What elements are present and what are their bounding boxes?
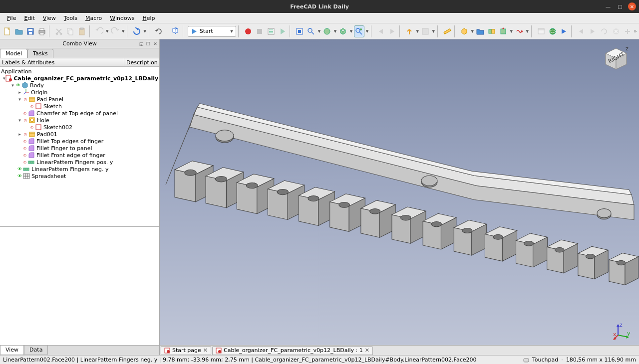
visibility-icon[interactable]: ⦸ (22, 132, 28, 137)
menu-file[interactable]: File (3, 14, 20, 22)
bbox-dropdown[interactable]: ▾ (349, 28, 353, 34)
tab-view[interactable]: View (0, 346, 24, 355)
3d-viewport[interactable]: z RIGHT z y x (160, 39, 639, 355)
workbench-selector[interactable]: Start ▾ (188, 26, 236, 37)
varset-dropdown[interactable]: ▾ (526, 28, 529, 34)
navigation-cube[interactable]: z RIGHT (603, 45, 630, 73)
panel-float-button[interactable]: ◱ (138, 41, 144, 47)
menu-help[interactable]: Help (138, 14, 159, 22)
property-panel[interactable] (0, 226, 159, 345)
measure-button[interactable] (442, 25, 452, 37)
tree-header-description[interactable]: Description (124, 58, 159, 66)
view-dropdown[interactable]: ▾ (365, 28, 369, 34)
undo-button[interactable] (94, 25, 104, 37)
view-iso-button[interactable] (354, 25, 364, 37)
close-button[interactable]: ✕ (628, 2, 636, 10)
linkup-dropdown[interactable]: ▾ (416, 28, 419, 34)
doc-tab-start[interactable]: Start page ✕ (161, 346, 211, 355)
cut-button[interactable] (54, 25, 64, 37)
nav-prev-button[interactable] (576, 25, 587, 37)
nav-next-button[interactable] (588, 25, 598, 37)
link-up-button[interactable] (404, 25, 415, 37)
fit-all-button[interactable] (295, 25, 305, 37)
tree-pad001[interactable]: ▸ ⦸ Pad001 (0, 131, 159, 138)
tree-root[interactable]: Application (0, 68, 159, 75)
menu-tools[interactable]: Tools (60, 14, 81, 22)
menu-view[interactable]: View (39, 14, 60, 22)
link-make-button[interactable] (487, 25, 497, 37)
visibility-icon[interactable]: ⦸ (22, 146, 27, 151)
linkact-dropdown[interactable]: ▾ (510, 28, 513, 34)
whatsthis-button[interactable]: ? (170, 25, 181, 37)
link-actions-button[interactable] (498, 25, 509, 37)
web-forward-button[interactable] (559, 25, 569, 37)
toolbar-overflow[interactable]: » (634, 28, 637, 34)
tab-data[interactable]: Data (24, 346, 48, 355)
tab-model[interactable]: Model (0, 49, 27, 58)
macro-stop-button[interactable] (254, 25, 265, 37)
open-file-button[interactable] (13, 25, 24, 37)
nav-refresh-button[interactable] (599, 25, 610, 37)
save-file-button[interactable] (25, 25, 35, 37)
tree-fillet-top[interactable]: ⦸ Fillet Top edges of finger (0, 138, 159, 145)
visibility-icon[interactable]: 👁 (17, 167, 22, 172)
fit-dropdown[interactable]: ▾ (318, 28, 321, 34)
tree-pad-panel[interactable]: ▾ ⦸ Pad Panel (0, 96, 159, 103)
tree-header-labels[interactable]: Labels & Attributes (0, 58, 124, 66)
tree-chamfer[interactable]: ⦸ Chamfer at Top edge of panel (0, 110, 159, 117)
link-select-button[interactable] (420, 25, 431, 37)
visibility-icon[interactable]: ⦸ (22, 97, 28, 102)
visibility-icon[interactable]: ⦸ (29, 125, 34, 130)
zoom-in-button[interactable] (622, 25, 633, 37)
tree-hole[interactable]: ▾ ⦸ Hole (0, 117, 159, 124)
print-button[interactable] (36, 25, 47, 37)
visibility-icon[interactable]: ⦸ (22, 139, 27, 144)
macro-run-button[interactable] (277, 25, 288, 37)
expand-toggle[interactable]: ▾ (17, 118, 22, 123)
refresh-dropdown[interactable]: ▾ (143, 28, 147, 34)
panel-close-button[interactable]: ✕ (152, 41, 158, 47)
drawstyle-dropdown[interactable]: ▾ (333, 28, 337, 34)
macro-list-button[interactable] (266, 25, 276, 37)
expand-toggle[interactable]: ▾ (17, 97, 22, 102)
visibility-icon[interactable]: ⦸ (29, 104, 34, 109)
tree-fillet-front[interactable]: ⦸ Fillet Front edge of finger (0, 152, 159, 159)
nav-forward-button[interactable] (387, 25, 397, 37)
group-button[interactable] (475, 25, 486, 37)
close-tab-button[interactable]: ✕ (365, 347, 369, 354)
paste-button[interactable] (77, 25, 87, 37)
panel-pop-button[interactable]: ❐ (145, 41, 151, 47)
visibility-icon[interactable]: 👁 (17, 174, 22, 179)
web-back-button[interactable] (536, 25, 546, 37)
redo-dropdown[interactable]: ▾ (121, 28, 125, 34)
tree-origin[interactable]: ▸ Origin (0, 89, 159, 96)
part-button[interactable] (459, 25, 470, 37)
redo-button[interactable] (110, 25, 120, 37)
tree-sketch002[interactable]: ⦸ Sketch002 (0, 124, 159, 131)
maximize-button[interactable]: □ (616, 2, 624, 10)
menu-edit[interactable]: Edit (20, 14, 38, 22)
linksel-dropdown[interactable]: ▾ (432, 28, 435, 34)
expand-toggle[interactable]: ▸ (17, 132, 22, 137)
menu-macro[interactable]: Macro (81, 14, 106, 22)
copy-button[interactable] (65, 25, 76, 37)
menu-windows[interactable]: Windows (106, 14, 138, 22)
visibility-icon[interactable]: ⦸ (22, 111, 27, 116)
macro-record-button[interactable] (243, 25, 253, 37)
fit-selection-button[interactable] (306, 25, 317, 37)
nav-style-label[interactable]: Touchpad (532, 357, 558, 363)
bounding-box-button[interactable] (338, 25, 348, 37)
expand-toggle[interactable]: ▸ (17, 90, 22, 95)
nav-back-button[interactable] (375, 25, 386, 37)
recompute-button[interactable] (153, 25, 164, 37)
tree-linearpattern-pos[interactable]: ⦸ LinearPattern Fingers pos. y (0, 159, 159, 166)
refresh-button[interactable] (132, 25, 142, 37)
tab-tasks[interactable]: Tasks (27, 49, 53, 58)
visibility-icon[interactable]: ⦸ (22, 153, 27, 158)
tree-linearpattern-neg[interactable]: 👁 LinearPattern Fingers neg. y (0, 166, 159, 173)
part-dropdown[interactable]: ▾ (471, 28, 474, 34)
visibility-icon[interactable]: ⦸ (22, 118, 28, 123)
tree-body[interactable]: ▾ 👁 Body (0, 82, 159, 89)
web-home-button[interactable] (547, 25, 558, 37)
tree-document[interactable]: ▾ Cable_organizer_FC_parametric_v0p12_LB… (0, 75, 159, 82)
